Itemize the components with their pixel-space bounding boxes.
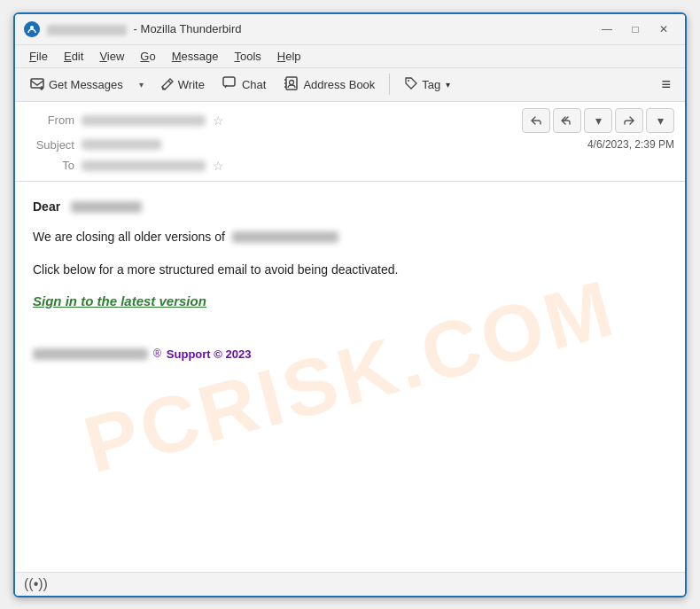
- status-bar: ((•)): [15, 572, 685, 596]
- chat-icon: [222, 76, 238, 93]
- tag-dropdown-icon: ▾: [446, 80, 450, 90]
- subject-label: Subject: [26, 138, 74, 152]
- sign-in-link[interactable]: Sign in to the latest version: [33, 293, 206, 308]
- recipient-name-blur: [71, 201, 142, 213]
- menu-file[interactable]: File: [22, 47, 55, 66]
- app-icon: [24, 21, 40, 37]
- hamburger-menu-button[interactable]: ≡: [654, 72, 678, 98]
- title-suffix: - Mozilla Thunderbird: [130, 22, 241, 35]
- tag-icon: [404, 76, 418, 93]
- tag-label: Tag: [422, 78, 440, 91]
- menu-edit[interactable]: Edit: [57, 47, 90, 66]
- main-window: - Mozilla Thunderbird — □ ✕ File Edit Vi…: [13, 12, 687, 597]
- reply-dropdown-button[interactable]: ▾: [584, 108, 612, 133]
- email-header: From ☆ ▾: [15, 102, 685, 182]
- close-button[interactable]: ✕: [651, 20, 676, 39]
- get-messages-icon: [29, 75, 45, 94]
- get-messages-label: Get Messages: [49, 78, 123, 91]
- write-button[interactable]: Write: [153, 73, 212, 97]
- menu-bar: File Edit View Go Message Tools Help: [15, 45, 685, 68]
- subject-row: Subject 4/6/2023, 2:39 PM: [15, 136, 685, 154]
- svg-point-5: [290, 80, 294, 84]
- to-row: To ☆: [15, 154, 685, 177]
- email-content: Dear We are closing all older versions o…: [33, 199, 667, 361]
- connectivity-icon: ((•)): [24, 576, 48, 592]
- write-label: Write: [178, 78, 205, 91]
- email-actions: ▾ ▾: [522, 108, 674, 133]
- get-messages-button[interactable]: Get Messages: [22, 72, 130, 98]
- address-book-label: Address Book: [303, 78, 375, 91]
- menu-go[interactable]: Go: [133, 47, 162, 66]
- tag-button[interactable]: Tag ▾: [397, 73, 457, 97]
- write-icon: [160, 76, 175, 93]
- from-value: [82, 115, 206, 126]
- title-blur: [47, 25, 127, 35]
- chat-button[interactable]: Chat: [215, 73, 273, 97]
- minimize-button[interactable]: —: [595, 20, 619, 39]
- footer-support-text: Support © 2023: [167, 347, 252, 361]
- chat-label: Chat: [242, 78, 266, 91]
- dear-text: Dear: [33, 199, 60, 214]
- title-bar: - Mozilla Thunderbird — □ ✕: [15, 14, 685, 45]
- maximize-button[interactable]: □: [623, 20, 648, 39]
- more-actions-button[interactable]: ▾: [646, 108, 674, 133]
- menu-tools[interactable]: Tools: [227, 47, 268, 66]
- from-star-icon[interactable]: ☆: [213, 113, 224, 128]
- svg-rect-3: [223, 77, 235, 86]
- paragraph-closing: We are closing all older versions of: [33, 228, 667, 246]
- reply-button[interactable]: [522, 108, 550, 133]
- address-book-button[interactable]: Address Book: [276, 72, 382, 98]
- forward-button[interactable]: [615, 108, 643, 133]
- title-controls: — □ ✕: [595, 20, 676, 39]
- get-messages-dropdown[interactable]: ▾: [134, 73, 150, 96]
- footer-registered: ®: [153, 347, 161, 360]
- to-value: [82, 160, 206, 171]
- svg-point-6: [408, 80, 409, 82]
- subject-value: [82, 139, 161, 150]
- footer-company-blur: [33, 348, 148, 360]
- to-star-icon[interactable]: ☆: [213, 159, 224, 173]
- toolbar-separator: [389, 74, 390, 95]
- closing-prefix: We are closing all older versions of: [33, 230, 225, 244]
- title-bar-text: - Mozilla Thunderbird: [47, 22, 587, 35]
- from-row: From ☆ ▾: [15, 105, 685, 136]
- menu-help[interactable]: Help: [270, 47, 308, 66]
- toolbar: Get Messages ▾ Write Chat: [15, 68, 685, 102]
- email-footer: ® Support © 2023: [33, 347, 667, 361]
- to-label: To: [26, 159, 74, 172]
- from-label: From: [26, 113, 74, 127]
- menu-message[interactable]: Message: [165, 47, 226, 66]
- reply-all-button[interactable]: [553, 108, 581, 133]
- address-book-icon: [284, 75, 299, 94]
- service-email-blur: [232, 231, 338, 243]
- dear-paragraph: Dear: [33, 199, 667, 214]
- paragraph-click-below: Click below for a more structured email …: [33, 261, 667, 279]
- menu-view[interactable]: View: [92, 47, 131, 66]
- email-body: PCRISK.COM Dear We are closing all older…: [15, 182, 685, 572]
- email-date: 4/6/2023, 2:39 PM: [587, 138, 674, 151]
